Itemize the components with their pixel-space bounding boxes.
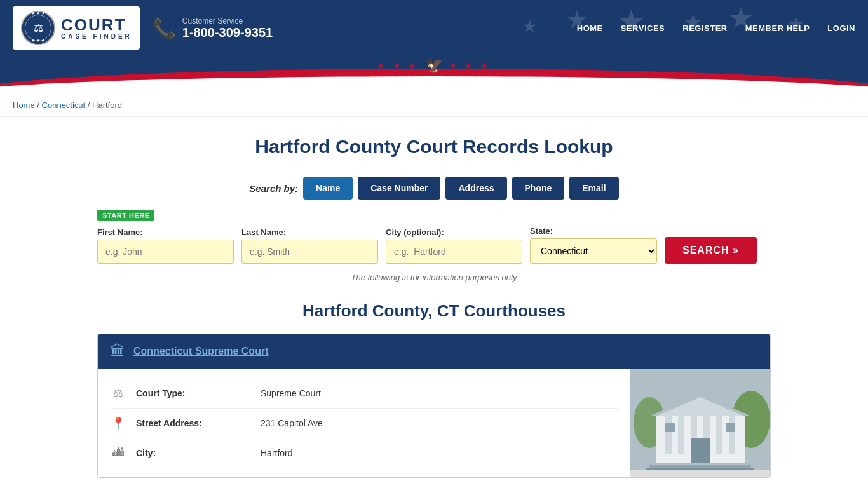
street-label: Street Address: [136,418,250,428]
court-card-body-0: ⚖ Court Type: Supreme Court 📍 Street Add… [98,369,770,477]
city-detail-label: City: [136,448,250,458]
stars-right: ★ ★ ★ [449,60,492,71]
eagle-icon: 🦅 [426,57,443,74]
court-image-placeholder [630,369,770,470]
state-select[interactable]: Connecticut Alabama Alaska Arizona Calif… [530,238,657,264]
court-type-row: ⚖ Court Type: Supreme Court [111,379,618,409]
city-icon: 🏙 [111,446,126,459]
cs-phone: 1-800-309-9351 [182,25,273,40]
first-name-label: First Name: [97,227,234,237]
court-details-0: ⚖ Court Type: Supreme Court 📍 Street Add… [98,369,630,477]
main-content: Hartford County Court Records Lookup Sea… [85,117,783,488]
tab-phone[interactable]: Phone [512,177,565,200]
street-row: 📍 Street Address: 231 Capitol Ave [111,409,618,438]
svg-text:★ ★ ★: ★ ★ ★ [31,11,45,15]
city-row: 🏙 City: Hartford [111,438,618,467]
search-form: First Name: Last Name: City (optional): … [97,226,771,264]
nav-login[interactable]: LOGIN [827,24,855,33]
city-input[interactable] [386,240,522,264]
gavel-icon: ⚖ [111,386,126,400]
customer-service: 📞 Customer Service 1-800-309-9351 [153,17,273,40]
page-title: Hartford County Court Records Lookup [97,136,771,158]
breadcrumb-home[interactable]: Home [13,100,35,110]
courthouse-icon: 🏛 [111,343,125,360]
cs-info: Customer Service 1-800-309-9351 [182,17,273,40]
courthouses-title: Hartford County, CT Courthouses [97,301,771,321]
city-group: City (optional): [386,227,522,264]
svg-rect-14 [729,416,735,454]
street-value: 231 Capitol Ave [261,418,323,428]
court-type-value: Supreme Court [261,388,321,398]
phone-headset-icon: 📞 [153,17,176,39]
building-illustration [630,369,770,470]
location-icon: 📍 [111,416,126,430]
breadcrumb-county: Hartford [92,100,122,110]
nav-services[interactable]: SERVICES [621,24,665,33]
nav-home[interactable]: HOME [577,24,603,33]
cs-label: Customer Service [182,17,273,25]
court-card-0: 🏛 Connecticut Supreme Court ⚖ Court Type… [97,334,771,478]
breadcrumb-state[interactable]: Connecticut [42,100,86,110]
nav-member-help[interactable]: MEMBER HELP [745,24,810,33]
last-name-label: Last Name: [241,227,378,237]
banner-wave: ★ ★ ★ 🦅 ★ ★ ★ [0,56,868,94]
first-name-input[interactable] [97,240,234,264]
eagle-container: ★ ★ ★ 🦅 ★ ★ ★ [377,57,492,74]
logo-court-text: COURT [61,17,132,33]
court-card-header-0: 🏛 Connecticut Supreme Court [98,334,770,369]
site-header: ★ ★ ★ ★ ★ ★ ★ ★ ★ ★ ★ ★ ⚖ COURT CASE FIN… [0,0,868,56]
last-name-group: Last Name: [241,227,378,264]
court-type-label: Court Type: [136,388,250,398]
logo[interactable]: ★ ★ ★ ★ ★ ★ ⚖ COURT CASE FINDER [13,6,140,50]
start-here-badge: START HERE [97,210,154,221]
tab-case-number[interactable]: Case Number [358,177,440,200]
svg-rect-19 [726,423,735,432]
court-name-link[interactable]: Connecticut Supreme Court [133,346,268,357]
search-button[interactable]: SEARCH » [665,237,757,264]
search-by-row: Search by: Name Case Number Address Phon… [97,177,771,200]
logo-case-finder-text: CASE FINDER [61,33,132,40]
state-label: State: [530,226,657,236]
svg-rect-17 [691,438,710,464]
tab-email[interactable]: Email [569,177,618,200]
info-text: The following is for information purpose… [97,273,771,282]
svg-rect-10 [678,416,684,454]
svg-rect-18 [665,423,675,432]
svg-text:⚖: ⚖ [34,22,43,34]
first-name-group: First Name: [97,227,234,264]
svg-rect-21 [649,465,751,468]
header-left: ★ ★ ★ ★ ★ ★ ⚖ COURT CASE FINDER 📞 Custom… [13,6,273,50]
tab-address[interactable]: Address [445,177,506,200]
svg-rect-20 [653,463,748,465]
logo-emblem: ★ ★ ★ ★ ★ ★ ⚖ [20,10,56,46]
logo-text: COURT CASE FINDER [61,17,132,40]
svg-text:★ ★ ★: ★ ★ ★ [31,38,45,43]
search-by-label: Search by: [249,183,298,194]
breadcrumb-sep1: / [37,100,41,110]
city-label: City (optional): [386,227,522,237]
court-image-0 [630,369,770,477]
stars-left: ★ ★ ★ [377,60,419,71]
breadcrumb-sep2: / [88,100,92,110]
svg-rect-9 [665,416,672,454]
svg-rect-13 [716,416,722,454]
last-name-input[interactable] [241,240,378,264]
breadcrumb: Home / Connecticut / Hartford [0,94,868,117]
nav-register[interactable]: REGISTER [682,24,727,33]
tab-name[interactable]: Name [303,177,353,200]
state-group: State: Connecticut Alabama Alaska Arizon… [530,226,657,264]
header-nav: HOME SERVICES REGISTER MEMBER HELP LOGIN [577,24,855,33]
city-detail-value: Hartford [261,448,293,458]
svg-rect-22 [646,468,754,470]
